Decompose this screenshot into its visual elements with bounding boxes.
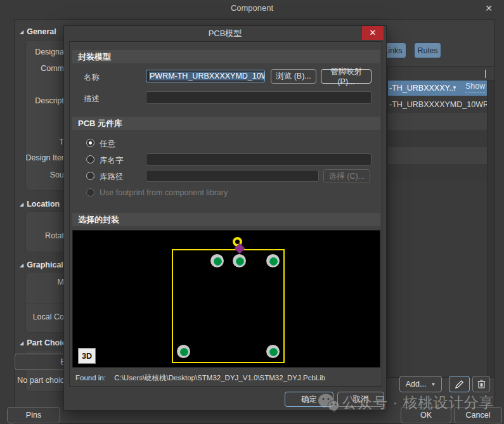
delete-footprint-button[interactable] <box>472 376 490 392</box>
view-3d-button[interactable]: 3D <box>78 348 96 364</box>
collapse-icon: ◢ <box>20 202 23 207</box>
pad <box>177 345 190 358</box>
library-path-input[interactable] <box>146 170 319 182</box>
pin-map-button[interactable]: 管脚映射 (P)... <box>321 69 372 84</box>
label-comment: Comm <box>15 64 64 73</box>
footprint-list: -TH_URBXXXXY... ▼ Show -TH_URBXXXXYMD_10… <box>387 66 495 378</box>
pcb-library-header: PCB 元件库 <box>72 117 380 130</box>
list-header[interactable] <box>388 67 494 80</box>
label-designator: Designa <box>15 48 64 56</box>
browse-button[interactable]: 浏览 (B)... <box>271 69 316 84</box>
scrollbar[interactable] <box>487 80 494 377</box>
tab-rules[interactable]: Rules <box>414 42 441 58</box>
label-description: Descript <box>15 96 64 105</box>
label-mode: M <box>15 278 64 286</box>
pcb-dialog-content: 封装模型 名称 PWRM-TH_URBXXXXYMD_10WR3 浏览 (B).… <box>69 41 382 387</box>
radio-from-component-library <box>86 188 94 196</box>
section-graphical[interactable]: ◢Graphical <box>20 260 63 269</box>
radio-any[interactable] <box>86 139 94 147</box>
pad <box>210 254 224 267</box>
empty-row <box>388 164 494 181</box>
pencil-icon <box>455 380 464 389</box>
pcb-dialog-close-button[interactable]: ✕ <box>362 26 384 40</box>
label-rotation: Rotat <box>15 231 64 240</box>
radio-any-label[interactable]: 任意 <box>100 139 115 150</box>
pad <box>266 254 280 267</box>
radio-library-path-label[interactable]: 库路径 <box>100 172 124 183</box>
section-general[interactable]: ◢General <box>20 27 56 36</box>
collapse-icon: ◢ <box>20 340 23 346</box>
pcb-model-dialog: PCB模型 ✕ 封装模型 名称 PWRM-TH_URBXXXXYMD_10WR3… <box>63 25 387 411</box>
dropdown-icon[interactable]: ▼ <box>452 80 457 96</box>
empty-row <box>388 130 494 147</box>
trash-icon <box>477 380 486 389</box>
show-link[interactable]: Show <box>465 80 485 93</box>
pcb-dialog-ok-button[interactable]: 确定 <box>285 392 333 407</box>
cancel-button[interactable]: Cancel <box>454 407 502 423</box>
empty-row <box>388 113 494 130</box>
label-type: T <box>15 138 64 146</box>
radio-library-path[interactable] <box>86 172 94 180</box>
pad <box>266 345 280 358</box>
window-title: Component <box>0 0 504 16</box>
ok-button[interactable]: OK <box>401 407 451 423</box>
label-local-colors: Local Co <box>15 312 64 321</box>
label-source: Sou <box>15 170 64 179</box>
choose-button[interactable]: 选择 (C)... <box>323 169 370 183</box>
name-value: PWRM-TH_URBXXXXYMD_10WR3 <box>149 72 265 80</box>
dropdown-icon: ▼ <box>430 382 436 387</box>
found-in-label: Found in: <box>75 374 106 382</box>
label-design-item: Design Iter <box>15 153 64 162</box>
part-choices-note: No part choic <box>15 376 64 385</box>
footprint-model-header: 封装模型 <box>72 50 380 63</box>
empty-row <box>388 147 494 164</box>
add-button[interactable]: Add... ▼ <box>399 376 442 392</box>
section-location[interactable]: ◢Location <box>20 200 60 209</box>
collapse-icon: ◢ <box>20 29 23 35</box>
edit-footprint-button[interactable] <box>449 376 470 392</box>
description-label: 描述 <box>84 94 100 105</box>
radio-library-name[interactable] <box>86 155 94 164</box>
footprint-preview[interactable]: 3D <box>72 230 380 368</box>
selected-footprint-header: 选择的封装 <box>72 213 380 226</box>
footprint-row-selected[interactable]: -TH_URBXXXXY... ▼ Show <box>388 80 494 96</box>
window-close-icon[interactable]: ✕ <box>482 3 495 14</box>
footprint-row[interactable]: -TH_URBXXXXYMD_10WR3 <box>388 96 494 113</box>
collapse-icon: ◢ <box>20 262 23 268</box>
pad <box>233 254 246 267</box>
radio-from-component-library-label: Use footprint from component library <box>100 188 228 197</box>
screen: Component ✕ ◢General Designa Comm Descri… <box>0 0 504 424</box>
radio-library-name-label[interactable]: 库名字 <box>100 155 124 166</box>
name-label: 名称 <box>84 72 100 83</box>
text-cursor <box>485 70 486 78</box>
pcb-dialog-cancel-button[interactable]: 取消 <box>337 392 384 407</box>
pcb-dialog-title: PCB模型 <box>64 26 386 41</box>
library-name-input[interactable] <box>146 153 372 165</box>
close-icon: ✕ <box>370 28 377 37</box>
found-in-path: C:\Users\硬核桃\Desktop\STM32_DYJ_V1.0\STM3… <box>114 374 325 382</box>
description-input[interactable] <box>146 91 372 104</box>
footprint-name: -TH_URBXXXXY... <box>389 80 456 96</box>
pins-button[interactable]: Pins <box>7 407 60 423</box>
name-input[interactable]: PWRM-TH_URBXXXXYMD_10WR3 <box>146 70 265 82</box>
found-in: Found in: C:\Users\硬核桃\Desktop\STM32_DYJ… <box>75 373 325 383</box>
